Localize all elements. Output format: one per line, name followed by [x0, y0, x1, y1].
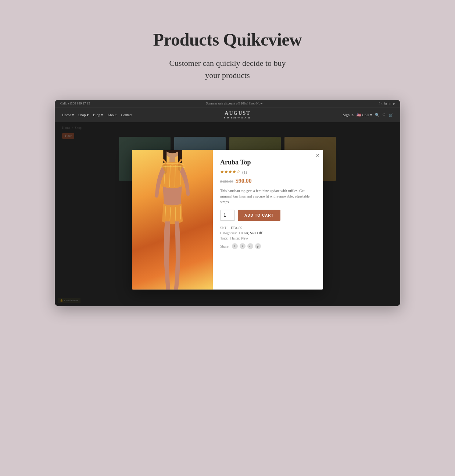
- browser-mockup: Call: +1300 999 17 95 Summer sale discou…: [55, 100, 400, 306]
- share-facebook-icon[interactable]: f: [232, 243, 238, 249]
- nav-right: Sign In 🇺🇸 USD ▾ 🔍 ♡ 🛒: [343, 113, 393, 117]
- page-header: Products Quikcview Customer can quickly …: [153, 29, 302, 81]
- search-icon[interactable]: 🔍: [375, 113, 379, 117]
- nav-about[interactable]: About: [107, 113, 117, 117]
- site-logo: AUGUST SWIMWEAR: [224, 110, 251, 119]
- nav-home[interactable]: Home ▾: [62, 113, 74, 117]
- site-topbar: Call: +1300 999 17 95 Summer sale discou…: [55, 100, 400, 107]
- svg-line-13: [175, 207, 176, 220]
- product-quickview-modal: × Aruba Top ★★★★☆ (1) $120.00 $90.00 Thi…: [132, 150, 323, 289]
- modal-close-button[interactable]: ×: [316, 153, 319, 159]
- share-pinterest-icon[interactable]: p: [255, 243, 261, 249]
- topbar-promo: Summer sale discount off 20%! Shop Now: [206, 102, 262, 105]
- product-rating: ★★★★☆ (1): [220, 169, 316, 175]
- nav-links-left: Home ▾ Shop ▾ Blog ▾ About Contact: [62, 113, 132, 117]
- page-subtitle: Customer can quickly decide to buy your …: [153, 57, 302, 81]
- modal-info-side: × Aruba Top ★★★★☆ (1) $120.00 $90.00 Thi…: [213, 150, 323, 289]
- product-sku: SKU: FTA-09: [220, 226, 316, 230]
- share-icons: f t in p: [232, 243, 261, 249]
- nav-signin[interactable]: Sign In: [343, 113, 354, 117]
- modal-product-image: [132, 150, 213, 289]
- page-title: Products Quikcview: [153, 29, 302, 50]
- product-tags: Tags: Halter, New: [220, 236, 316, 240]
- quantity-input[interactable]: [220, 210, 235, 221]
- rating-stars: ★★★★☆: [220, 169, 240, 175]
- product-categories: Categories: Halter, Sale Off: [220, 231, 316, 235]
- add-to-cart-row: ADD TO CART: [220, 210, 316, 221]
- svg-line-9: [175, 164, 175, 187]
- product-title: Aruba Top: [220, 159, 316, 166]
- share-twitter-icon[interactable]: t: [240, 243, 246, 249]
- site-nav: Home ▾ Shop ▾ Blog ▾ About Contact AUGUS…: [55, 107, 400, 122]
- topbar-social: f t ig in p: [379, 102, 395, 105]
- nav-shop[interactable]: Shop ▾: [78, 113, 89, 117]
- wishlist-icon[interactable]: ♡: [382, 113, 386, 117]
- nav-blog[interactable]: Blog ▾: [93, 113, 103, 117]
- price-sale: $90.00: [236, 178, 252, 184]
- product-description: This bandeau top gets a feminine update …: [220, 188, 316, 205]
- share-linkedin-icon[interactable]: in: [247, 243, 253, 249]
- product-price: $120.00 $90.00: [220, 178, 316, 184]
- review-count: (1): [242, 170, 247, 174]
- model-figure-svg: [139, 150, 205, 289]
- add-to-cart-button[interactable]: ADD TO CART: [238, 210, 280, 221]
- background-page: Home / Shop Filter: [55, 122, 400, 306]
- product-share: Share: f t in p: [220, 243, 316, 249]
- topbar-phone: Call: +1300 999 17 95: [60, 102, 90, 105]
- cart-icon[interactable]: 🛒: [388, 113, 393, 117]
- nav-currency[interactable]: 🇺🇸 USD ▾: [357, 113, 372, 117]
- nav-contact[interactable]: Contact: [121, 113, 132, 117]
- browser-content: Call: +1300 999 17 95 Summer sale discou…: [55, 100, 400, 306]
- price-original: $120.00: [220, 179, 233, 184]
